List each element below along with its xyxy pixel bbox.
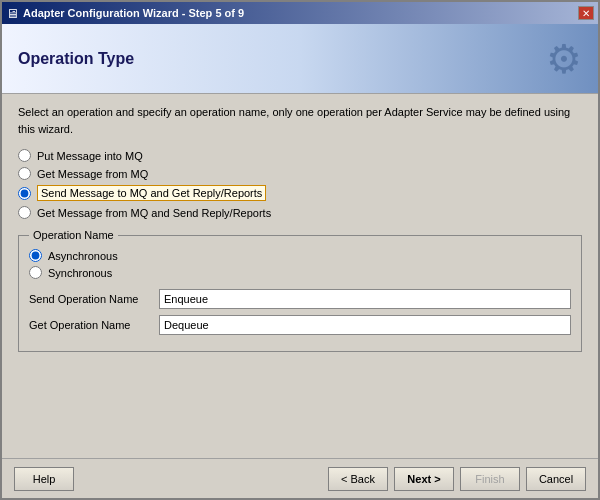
- cancel-button[interactable]: Cancel: [526, 467, 586, 491]
- gear-icon: ⚙: [546, 36, 582, 82]
- radio-label-send: Send Message to MQ and Get Reply/Reports: [37, 185, 266, 201]
- title-bar-left: 🖥 Adapter Configuration Wizard - Step 5 …: [6, 6, 244, 21]
- finish-button[interactable]: Finish: [460, 467, 520, 491]
- radio-label-getmq: Get Message from MQ and Send Reply/Repor…: [37, 207, 271, 219]
- radio-label-sync: Synchronous: [48, 267, 112, 279]
- radio-sync[interactable]: [29, 266, 42, 279]
- radio-send[interactable]: [18, 187, 31, 200]
- radio-item-get[interactable]: Get Message from MQ: [18, 167, 582, 180]
- sync-radio-group: Asynchronous Synchronous: [29, 249, 571, 279]
- header-band: Operation Type ⚙: [2, 24, 598, 94]
- get-operation-label: Get Operation Name: [29, 319, 159, 331]
- send-operation-row: Send Operation Name: [29, 289, 571, 309]
- back-button[interactable]: < Back: [328, 467, 388, 491]
- content-area: Select an operation and specify an opera…: [2, 94, 598, 458]
- operation-name-legend: Operation Name: [29, 229, 118, 241]
- window-title: Adapter Configuration Wizard - Step 5 of…: [23, 7, 244, 19]
- window-icon: 🖥: [6, 6, 19, 21]
- radio-label-get: Get Message from MQ: [37, 168, 148, 180]
- send-operation-label: Send Operation Name: [29, 293, 159, 305]
- radio-label-put: Put Message into MQ: [37, 150, 143, 162]
- get-operation-row: Get Operation Name: [29, 315, 571, 335]
- footer-right: < Back Next > Finish Cancel: [328, 467, 586, 491]
- operation-radio-group: Put Message into MQ Get Message from MQ …: [18, 149, 582, 219]
- radio-getmq[interactable]: [18, 206, 31, 219]
- radio-async[interactable]: [29, 249, 42, 262]
- radio-item-sync[interactable]: Synchronous: [29, 266, 571, 279]
- page-title: Operation Type: [18, 50, 134, 68]
- wizard-window: 🖥 Adapter Configuration Wizard - Step 5 …: [0, 0, 600, 500]
- radio-item-send[interactable]: Send Message to MQ and Get Reply/Reports: [18, 185, 582, 201]
- close-button[interactable]: ✕: [578, 6, 594, 20]
- operation-name-group: Operation Name Asynchronous Synchronous …: [18, 229, 582, 352]
- footer: Help < Back Next > Finish Cancel: [2, 458, 598, 498]
- title-bar: 🖥 Adapter Configuration Wizard - Step 5 …: [2, 2, 598, 24]
- radio-item-put[interactable]: Put Message into MQ: [18, 149, 582, 162]
- next-button[interactable]: Next >: [394, 467, 454, 491]
- help-button[interactable]: Help: [14, 467, 74, 491]
- radio-item-async[interactable]: Asynchronous: [29, 249, 571, 262]
- radio-put[interactable]: [18, 149, 31, 162]
- send-operation-input[interactable]: [159, 289, 571, 309]
- footer-left: Help: [14, 467, 328, 491]
- radio-item-getmq[interactable]: Get Message from MQ and Send Reply/Repor…: [18, 206, 582, 219]
- radio-label-async: Asynchronous: [48, 250, 118, 262]
- description-text: Select an operation and specify an opera…: [18, 104, 582, 137]
- radio-get[interactable]: [18, 167, 31, 180]
- get-operation-input[interactable]: [159, 315, 571, 335]
